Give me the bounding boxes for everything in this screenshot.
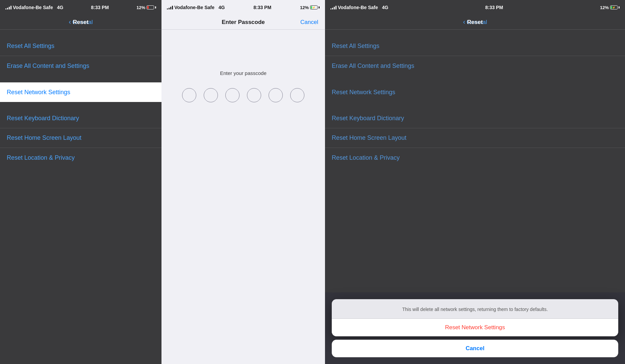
alert-box: This will delete all network settings, r… xyxy=(332,299,618,336)
passcode-dot-6 xyxy=(290,88,304,102)
chevron-left-icon: ‹ xyxy=(463,18,465,26)
signal-icon xyxy=(330,5,336,9)
nav-bar-right: ‹ General Reset xyxy=(325,15,625,30)
battery-icon: ⚡ xyxy=(310,5,320,9)
middle-panel: Vodafone-Be Safe 4G 8:33 PM 12% ⚡ Enter … xyxy=(161,0,325,364)
chevron-left-icon: ‹ xyxy=(69,18,71,26)
status-bar-right: Vodafone-Be Safe 4G 8:33 PM 12% ⚡ xyxy=(325,0,625,15)
nav-title-left: Reset xyxy=(73,19,89,26)
left-panel: Vodafone-Be Safe 4G 8:33 PM 12% ‹ Genera… xyxy=(0,0,161,364)
settings-list-right: Reset All Settings Erase All Content and… xyxy=(325,30,625,167)
group-separator xyxy=(325,102,625,109)
item-label: Reset Keyboard Dictionary xyxy=(7,115,79,122)
list-item[interactable]: Reset Keyboard Dictionary xyxy=(325,109,625,128)
list-item[interactable]: Reset Location & Privacy xyxy=(325,148,625,167)
nav-bar-middle: Enter Passcode Cancel xyxy=(161,15,325,30)
status-time-middle: 8:33 PM xyxy=(253,5,271,10)
item-label: Reset Network Settings xyxy=(332,89,395,96)
battery-icon: ⚡ xyxy=(610,5,620,9)
nav-title-right: Reset xyxy=(467,19,483,26)
item-label: Reset Home Screen Layout xyxy=(7,134,81,141)
network-type: 4G xyxy=(219,5,225,10)
settings-list-left: Reset All Settings Erase All Content and… xyxy=(0,30,161,167)
signal-icon xyxy=(167,5,173,9)
status-time: 8:33 PM xyxy=(91,5,109,10)
signal-icon xyxy=(5,5,11,9)
item-label: Erase All Content and Settings xyxy=(332,62,414,70)
list-item[interactable]: Reset Keyboard Dictionary xyxy=(0,109,161,128)
reset-network-confirm-button[interactable]: Reset Network Settings xyxy=(332,319,618,336)
carrier-name: Vodafone-Be Safe xyxy=(174,5,215,10)
settings-group-2: Reset Network Settings xyxy=(0,82,161,102)
passcode-dots xyxy=(161,88,325,102)
list-item[interactable]: Reset Network Settings xyxy=(325,82,625,102)
charging-bolt-icon: ⚡ xyxy=(312,6,316,9)
group-separator xyxy=(0,102,161,109)
passcode-dot-1 xyxy=(182,88,196,102)
item-label: Reset Home Screen Layout xyxy=(332,134,406,141)
right-panel: Vodafone-Be Safe 4G 8:33 PM 12% ⚡ ‹ Gene… xyxy=(325,0,625,364)
status-bar-left: Vodafone-Be Safe 4G 8:33 PM 12% xyxy=(0,0,161,15)
list-item[interactable]: Reset All Settings xyxy=(325,36,625,56)
settings-group-r2: Reset Network Settings xyxy=(325,82,625,102)
network-type: 4G xyxy=(57,5,64,10)
alert-message: This will delete all network settings, r… xyxy=(332,299,618,318)
item-label: Reset Network Settings xyxy=(7,89,70,96)
nav-bar-left: ‹ General Reset xyxy=(0,15,161,30)
alert-cancel-button[interactable]: Cancel xyxy=(332,340,618,357)
status-carrier-middle: Vodafone-Be Safe 4G xyxy=(167,5,225,10)
battery-percent: 12% xyxy=(600,5,609,10)
passcode-instruction: Enter your passcode xyxy=(161,70,325,76)
item-label: Reset All Settings xyxy=(7,43,54,50)
list-item-active[interactable]: Reset Network Settings xyxy=(0,82,161,102)
passcode-dot-4 xyxy=(247,88,261,102)
cancel-button-middle[interactable]: Cancel xyxy=(300,19,318,26)
status-bar-middle: Vodafone-Be Safe 4G 8:33 PM 12% ⚡ xyxy=(161,0,325,15)
item-label: Reset All Settings xyxy=(332,43,379,50)
list-item[interactable]: Reset Location & Privacy xyxy=(0,148,161,167)
status-battery-middle: 12% ⚡ xyxy=(300,5,320,10)
carrier-name: Vodafone-Be Safe xyxy=(338,5,378,10)
battery-percent: 12% xyxy=(300,5,309,10)
passcode-dot-3 xyxy=(225,88,240,102)
status-battery: 12% xyxy=(136,5,156,10)
settings-group-1: Reset All Settings Erase All Content and… xyxy=(0,36,161,76)
battery-icon xyxy=(147,5,156,9)
status-carrier-right: Vodafone-Be Safe 4G xyxy=(330,5,388,10)
passcode-container: Enter your passcode xyxy=(161,30,325,364)
group-separator xyxy=(325,76,625,82)
list-item[interactable]: Erase All Content and Settings xyxy=(325,56,625,76)
item-label: Reset Keyboard Dictionary xyxy=(332,115,404,122)
alert-overlay: This will delete all network settings, r… xyxy=(325,292,625,364)
item-label: Reset Location & Privacy xyxy=(7,154,75,161)
status-battery-right: 12% ⚡ xyxy=(600,5,620,10)
settings-group-r1: Reset All Settings Erase All Content and… xyxy=(325,36,625,76)
item-label: Reset Location & Privacy xyxy=(332,154,400,161)
list-item[interactable]: Reset Home Screen Layout xyxy=(325,128,625,148)
status-carrier-left: Vodafone-Be Safe 4G xyxy=(5,5,63,10)
group-separator xyxy=(0,76,161,82)
settings-group-r3: Reset Keyboard Dictionary Reset Home Scr… xyxy=(325,109,625,167)
passcode-dot-5 xyxy=(269,88,283,102)
status-time-right: 8:33 PM xyxy=(485,5,503,10)
list-item[interactable]: Reset All Settings xyxy=(0,36,161,56)
passcode-dot-2 xyxy=(204,88,218,102)
nav-title-middle: Enter Passcode xyxy=(222,19,265,26)
item-label: Erase All Content and Settings xyxy=(7,62,89,70)
settings-group-3: Reset Keyboard Dictionary Reset Home Scr… xyxy=(0,109,161,167)
charging-bolt-icon: ⚡ xyxy=(612,6,616,9)
list-item[interactable]: Erase All Content and Settings xyxy=(0,56,161,76)
battery-percent: 12% xyxy=(136,5,145,10)
network-type: 4G xyxy=(382,5,389,10)
list-item[interactable]: Reset Home Screen Layout xyxy=(0,128,161,148)
carrier-name: Vodafone-Be Safe xyxy=(13,5,53,10)
